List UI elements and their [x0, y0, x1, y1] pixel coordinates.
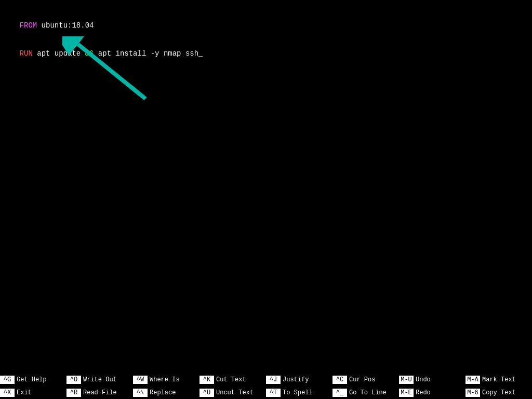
shortcut-item-row1-3[interactable]: ^KCut Text: [200, 373, 266, 386]
shortcut-item-row2-7[interactable]: M-6Copy Text: [466, 386, 532, 399]
shortcut-label-row1-0: Get Help: [15, 376, 47, 383]
keyword-run: RUN: [20, 49, 33, 58]
shortcut-item-row2-5[interactable]: ^_Go To Line: [332, 386, 399, 399]
shortcut-label-row1-7: Mark Text: [480, 376, 516, 383]
shortcut-label-row2-1: Read File: [81, 389, 117, 396]
shortcut-item-row1-4[interactable]: ^JJustify: [266, 373, 332, 386]
shortcut-key-row2-2: ^\: [133, 389, 148, 397]
shortcut-label-row1-5: Cur Pos: [347, 376, 375, 383]
shortcut-key-row2-4: ^T: [266, 389, 281, 397]
shortcut-item-row2-4[interactable]: ^TTo Spell: [266, 386, 332, 399]
shortcut-key-row2-3: ^U: [200, 389, 214, 397]
shortcut-row-1: ^GGet Help^OWrite Out^WWhere Is^KCut Tex…: [0, 373, 532, 386]
shortcut-item-row2-3[interactable]: ^UUncut Text: [200, 386, 266, 399]
shortcut-item-row2-1[interactable]: ^RRead File: [66, 386, 133, 399]
shortcut-row-2: ^XExit^RRead File^\Replace^UUncut Text^T…: [0, 386, 532, 399]
shortcut-item-row2-2[interactable]: ^\Replace: [133, 386, 200, 399]
shortcut-label-row1-3: Cut Text: [214, 376, 246, 383]
shortcut-label-row1-1: Write Out: [81, 376, 117, 383]
shortcut-key-row1-0: ^G: [0, 376, 15, 384]
from-value: ubuntu:18.04: [37, 21, 94, 30]
shortcut-item-row1-1[interactable]: ^OWrite Out: [66, 373, 133, 386]
shortcut-label-row2-3: Uncut Text: [214, 389, 254, 396]
shortcut-item-row1-6[interactable]: M-UUndo: [399, 373, 466, 386]
shortcut-label-row2-6: Redo: [414, 389, 431, 396]
shortcut-bar: ^GGet Help^OWrite Out^WWhere Is^KCut Tex…: [0, 373, 532, 399]
line-2: RUN apt update && apt install -y nmap ss…: [0, 39, 532, 68]
shortcut-key-row1-1: ^O: [66, 376, 81, 384]
shortcut-key-row2-5: ^_: [332, 389, 347, 397]
shortcut-label-row1-4: Justify: [281, 376, 309, 383]
title-bar: [0, 0, 532, 10]
shortcut-item-row1-0[interactable]: ^GGet Help: [0, 373, 66, 386]
editor-area[interactable]: FROM ubuntu:18.04 RUN apt update && apt …: [0, 10, 532, 373]
shortcut-item-row1-2[interactable]: ^WWhere Is: [133, 373, 200, 386]
shortcut-label-row1-2: Where Is: [148, 376, 180, 383]
shortcut-key-row1-2: ^W: [133, 376, 148, 384]
run-text-2: apt install -y nmap ssh_: [94, 49, 203, 58]
shortcut-key-row1-7: M-A: [466, 376, 480, 384]
shortcut-label-row2-2: Replace: [148, 389, 176, 396]
shortcut-label-row2-0: Exit: [15, 389, 32, 396]
shortcut-label-row1-6: Undo: [414, 376, 431, 383]
keyword-from: FROM: [20, 21, 37, 30]
shortcut-label-row2-4: To Spell: [281, 389, 313, 396]
keyword-and: &&: [85, 49, 94, 58]
shortcut-key-row1-3: ^K: [200, 376, 214, 384]
shortcut-label-row2-5: Go To Line: [347, 389, 387, 396]
shortcut-item-row1-7[interactable]: M-AMark Text: [466, 373, 532, 386]
shortcut-item-row1-5[interactable]: ^CCur Pos: [332, 373, 399, 386]
run-text-1: apt update: [33, 49, 85, 58]
shortcut-item-row2-6[interactable]: M-ERedo: [399, 386, 466, 399]
shortcut-label-row2-7: Copy Text: [480, 389, 516, 396]
shortcut-key-row2-6: M-E: [399, 389, 414, 397]
shortcut-key-row2-7: M-6: [466, 389, 480, 397]
shortcut-key-row2-0: ^X: [0, 389, 15, 397]
line-1: FROM ubuntu:18.04: [0, 11, 532, 39]
shortcut-key-row1-5: ^C: [332, 376, 347, 384]
shortcut-key-row1-4: ^J: [266, 376, 281, 384]
shortcut-item-row2-0[interactable]: ^XExit: [0, 386, 66, 399]
shortcut-key-row1-6: M-U: [399, 376, 414, 384]
shortcut-key-row2-1: ^R: [66, 389, 81, 397]
